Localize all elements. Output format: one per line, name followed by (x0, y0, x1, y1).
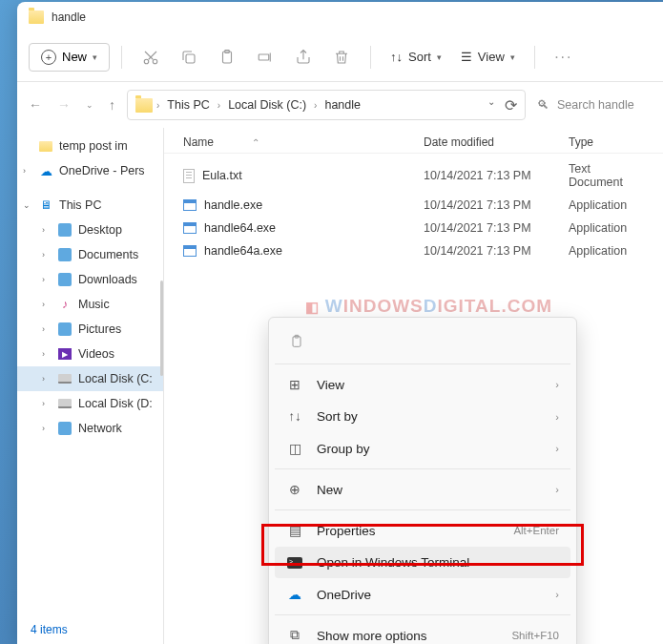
svg-rect-2 (186, 54, 195, 63)
chevron-icon: › (42, 275, 45, 284)
ctx-sortby[interactable]: ↑↓ Sort by › (275, 401, 570, 432)
view-button[interactable]: ☰ View ▾ (453, 44, 523, 70)
sidebar-label: Local Disk (D: (78, 397, 153, 410)
status-bar: 4 items (17, 615, 81, 644)
ctx-open-terminal[interactable]: Open in Windows Terminal (275, 547, 570, 578)
search-box[interactable]: 🔍︎ Search handle (537, 98, 652, 112)
sidebar-item[interactable]: ›♪Music (17, 292, 163, 317)
file-row[interactable]: handle64.exe10/14/2021 7:13 PMApplicatio… (164, 217, 663, 239)
separator (275, 364, 570, 364)
music-icon: ♪ (57, 297, 73, 312)
chevron-icon: › (42, 250, 45, 260)
col-type[interactable]: Type (569, 135, 644, 149)
separator (534, 46, 535, 69)
sidebar-item[interactable]: ›☁OneDrive - Pers (17, 158, 163, 183)
sidebar-item[interactable]: ⌄🖥︎This PC (17, 193, 163, 218)
more-button[interactable]: ··· (547, 40, 581, 74)
folder-icon (38, 138, 53, 154)
forward-button[interactable]: → (57, 97, 71, 113)
separator (121, 46, 122, 69)
col-date[interactable]: Date modified (424, 135, 569, 149)
delete-icon[interactable] (324, 40, 359, 74)
ctx-new[interactable]: ⊕ New › (275, 473, 570, 506)
file-name: handle64a.exe (204, 244, 282, 258)
sidebar-label: Videos (78, 347, 114, 361)
file-date: 10/14/2021 7:13 PM (424, 169, 569, 182)
sidebar-label: Pictures (78, 322, 121, 336)
chevron-right-icon: › (555, 589, 559, 600)
new-button[interactable]: + New ▾ (29, 43, 110, 72)
file-row[interactable]: handle.exe10/14/2021 7:13 PMApplication (164, 194, 663, 217)
sidebar-item[interactable]: temp post im (17, 134, 163, 158)
ctx-properties[interactable]: ▤ Properties Alt+Enter (275, 514, 570, 547)
breadcrumb-thispc[interactable]: This PC (163, 96, 213, 114)
sort-button[interactable]: ↑↓ Sort ▾ (383, 44, 449, 70)
breadcrumb-folder[interactable]: handle (321, 96, 364, 114)
paste-icon[interactable] (280, 327, 313, 356)
sidebar-item[interactable]: ›Network (17, 416, 163, 441)
generic-icon (57, 272, 73, 287)
new-label: New (62, 50, 87, 64)
back-button[interactable]: ← (29, 97, 42, 113)
ctx-groupby[interactable]: ◫ Group by › (275, 432, 570, 465)
up-button[interactable]: ↑ (109, 97, 115, 113)
copy-icon[interactable] (172, 40, 206, 74)
separator (370, 46, 371, 69)
file-icon (183, 222, 197, 234)
sidebar-label: temp post im (59, 139, 128, 153)
file-row[interactable]: handle64a.exe10/14/2021 7:13 PMApplicati… (164, 239, 663, 262)
sidebar-item[interactable]: ›Local Disk (C: (17, 366, 163, 391)
sidebar-item[interactable]: ›▶Videos (17, 342, 163, 366)
more-icon: ⧉ (286, 628, 303, 643)
chevron-right-icon: › (156, 100, 159, 111)
sort-indicator-icon: ⌃ (252, 137, 259, 148)
sidebar-label: Desktop (78, 223, 122, 237)
recent-button[interactable]: ⌄ (86, 100, 93, 110)
file-row[interactable]: Eula.txt10/14/2021 7:13 PMText Document (164, 157, 663, 194)
sidebar-item[interactable]: ›Desktop (17, 218, 163, 242)
chevron-right-icon: › (555, 411, 559, 423)
col-name[interactable]: Name⌃ (183, 135, 424, 149)
sort-label: Sort (408, 50, 431, 64)
navbar: ← → ⌄ ↑ › This PC › Local Disk (C:) › ha… (17, 82, 663, 128)
sidebar-item[interactable]: ›Local Disk (D: (17, 391, 163, 416)
sidebar-item[interactable]: ›Pictures (17, 317, 163, 342)
cloud-icon: ☁ (286, 587, 303, 602)
share-icon[interactable] (286, 40, 321, 74)
scrollbar[interactable] (160, 280, 163, 376)
chevron-down-icon: ▾ (93, 52, 97, 62)
chevron-right-icon: › (555, 484, 559, 495)
svg-rect-5 (259, 54, 269, 60)
group-icon: ◫ (286, 441, 303, 456)
titlebar: handle (17, 2, 663, 32)
sidebar-label: Music (78, 298, 110, 311)
file-type: Text Document (569, 162, 644, 189)
generic-icon (57, 322, 73, 337)
chevron-icon: › (42, 324, 45, 334)
rename-icon[interactable] (248, 40, 282, 74)
generic-icon (57, 421, 73, 436)
breadcrumb-disk[interactable]: Local Disk (C:) (224, 96, 310, 114)
paste-icon[interactable] (210, 40, 244, 74)
sidebar-label: Local Disk (C: (78, 372, 153, 385)
plus-circle-icon: ⊕ (286, 482, 303, 497)
dropdown-icon[interactable]: ⌄ (487, 96, 495, 114)
file-name: Eula.txt (202, 169, 242, 182)
sidebar-item[interactable]: ›Downloads (17, 267, 163, 292)
cut-icon[interactable] (134, 40, 168, 74)
sidebar-label: OneDrive - Pers (59, 164, 145, 177)
sidebar-item[interactable]: ›Documents (17, 242, 163, 267)
ctx-show-more[interactable]: ⧉ Show more options Shift+F10 (275, 619, 570, 644)
ctx-onedrive[interactable]: ☁ OneDrive › (275, 578, 570, 611)
ctx-view[interactable]: ⊞ View › (275, 368, 570, 401)
context-menu: ⊞ View › ↑↓ Sort by › ◫ Group by › ⊕ New… (268, 317, 577, 644)
search-placeholder: Search handle (557, 98, 634, 112)
refresh-icon[interactable]: ⟳ (505, 96, 517, 114)
sidebar-label: Downloads (78, 273, 137, 286)
window-title: handle (52, 10, 86, 24)
toolbar: + New ▾ ↑↓ Sort ▾ ☰ View ▾ ··· (17, 32, 663, 82)
svg-point-1 (153, 59, 157, 64)
address-bar[interactable]: › This PC › Local Disk (C:) › handle ⌄ ⟳ (127, 90, 526, 120)
sort-icon: ↑↓ (286, 409, 303, 424)
generic-icon (57, 247, 73, 262)
